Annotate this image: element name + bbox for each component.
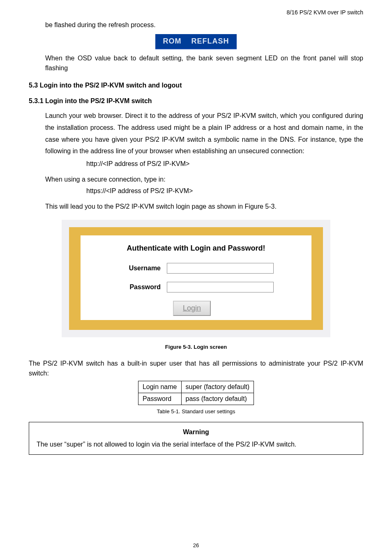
intro-line-1: be flashed during the refresh process. <box>45 20 363 30</box>
page-number: 26 <box>0 541 392 550</box>
credentials-table: Login name super (factory default) Passw… <box>138 381 254 405</box>
table-row: Password pass (factory default) <box>138 393 254 405</box>
rom-reflash-right: REFLASH <box>191 37 229 45</box>
creds-password-key: Password <box>138 393 181 405</box>
intro-line-2: When the OSD value back to default setti… <box>45 53 363 73</box>
section-5-3-heading: 5.3 Login into the PS/2 IP-KVM switch an… <box>29 81 363 90</box>
unsecured-url: http://<IP address of PS/2 IP-KVM> <box>86 159 363 169</box>
username-input[interactable] <box>167 263 274 274</box>
table-row: Login name super (factory default) <box>138 381 254 393</box>
password-input[interactable] <box>167 282 274 292</box>
table-5-1-caption: Table 5-1. Standard user settings <box>29 408 363 416</box>
super-user-intro: The PS/2 IP-KVM switch has a built-in su… <box>29 359 363 378</box>
section-5-3-1-heading: 5.3.1 Login into the PS/2 IP-KVM switch <box>29 96 363 106</box>
warning-box: Warning The user “super” is not allowed … <box>29 422 363 455</box>
secure-url: https://<IP address of PS/2 IP-KVM> <box>86 186 363 196</box>
warning-body: The user “super” is not allowed to login… <box>37 440 355 449</box>
username-label: Username <box>93 263 167 273</box>
creds-password-val: pass (factory default) <box>181 393 254 405</box>
warning-title: Warning <box>37 427 355 437</box>
section-5-3-1-p3: This will lead you to the PS/2 IP-KVM sw… <box>45 202 363 212</box>
section-5-3-1-p2: When using a secure connection, type in: <box>45 175 363 184</box>
figure-5-3-caption: Figure 5-3. Login screen <box>29 343 363 351</box>
rom-reflash-left: ROM <box>163 37 181 45</box>
login-heading: Authenticate with Login and Password! <box>81 243 311 254</box>
login-screenshot: Authenticate with Login and Password! Us… <box>62 220 330 337</box>
header-product-label: 8/16 PS/2 KVM over IP switch <box>29 8 363 17</box>
password-label: Password <box>93 282 167 292</box>
creds-login-key: Login name <box>138 381 181 393</box>
rom-reflash-image: ROM REFLASH <box>29 34 363 49</box>
login-button[interactable]: Login <box>173 301 211 316</box>
creds-login-val: super (factory default) <box>181 381 254 393</box>
section-5-3-1-p1: Launch your web browser. Direct it to th… <box>45 110 363 157</box>
